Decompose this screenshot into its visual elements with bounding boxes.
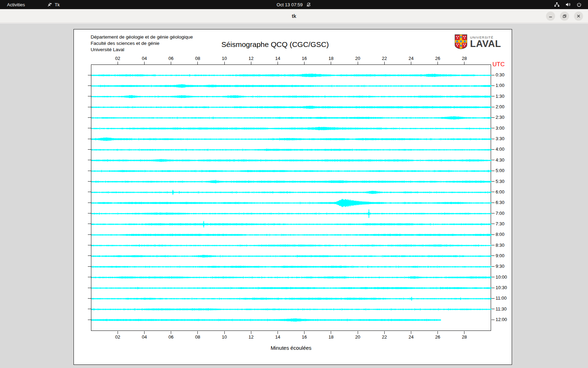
row-tick-right [491,192,495,192]
row-time-label: 9:30 [496,264,504,269]
row-time-label: 12:00 [496,317,507,322]
row-tick-right [491,149,495,150]
laval-shield-icon [455,34,467,50]
minimize-button[interactable] [546,12,555,21]
row-tick-left [88,309,91,309]
x-tick-top [118,62,118,64]
x-tick-bottom [197,331,198,334]
row-time-label: 1:30 [496,94,504,99]
x-tick-bottom [384,331,385,334]
row-tick-right [491,107,495,107]
row-tick-right [491,213,495,213]
system-status-area[interactable] [554,0,588,9]
row-time-label: 4:30 [496,157,504,163]
row-tick-left [88,320,91,320]
app-background: Département de géologie et de génie géol… [0,23,588,368]
network-icon [554,2,560,7]
x-tick-label-top: 28 [457,56,471,61]
window-title-bar[interactable]: tk [0,9,588,23]
row-tick-left [88,181,91,182]
x-tick-label-bottom: 28 [457,334,471,340]
row-time-label: 2:30 [496,115,504,120]
x-tick-label-bottom: 14 [271,334,285,340]
x-tick-label-bottom: 04 [137,334,151,340]
row-time-label: 9:00 [496,253,504,258]
row-tick-left [88,160,91,160]
x-tick-label-bottom: 08 [191,334,205,340]
row-tick-right [491,245,495,245]
row-time-label: 6:30 [496,200,504,205]
x-tick-label-top: 16 [298,56,312,61]
x-tick-top [251,62,251,64]
row-time-label: 11:00 [496,295,507,301]
universite-laval-logo: UNIVERSITÉ LAVAL [455,34,501,50]
seismograph-canvas: Département de géologie et de génie géol… [74,29,512,365]
row-tick-right [491,86,495,86]
x-tick-bottom [278,331,278,334]
activities-label: Activities [7,2,25,7]
activities-button[interactable]: Activities [0,0,29,9]
maximize-button[interactable] [560,12,569,21]
page-title: Séismographe QCQ (CGC/GSC) [74,40,476,49]
x-tick-label-top: 08 [191,56,205,61]
row-tick-right [491,320,495,320]
x-tick-bottom [224,331,225,334]
x-tick-top [144,62,145,64]
x-tick-label-top: 26 [431,56,445,61]
app-menu-label: Tk [55,2,59,7]
x-tick-label-bottom: 24 [404,334,418,340]
x-tick-bottom [331,331,331,334]
top-bar: Activities Tk Oct 13 07:59 [0,0,588,9]
row-time-label: 3:30 [496,136,504,141]
row-time-label: 5:30 [496,179,504,184]
x-tick-top [464,62,464,64]
x-tick-top [438,62,438,64]
row-tick-right [491,255,495,256]
row-time-label: 8:30 [496,243,504,248]
row-tick-left [88,117,91,118]
row-tick-left [88,213,91,213]
volume-icon [565,2,571,7]
row-time-label: 7:00 [496,211,504,216]
tk-icon [47,2,52,7]
x-tick-label-top: 24 [404,56,418,61]
row-tick-right [491,203,495,203]
x-tick-bottom [358,331,358,334]
x-tick-top [197,62,198,64]
x-tick-label-top: 18 [324,56,338,61]
row-tick-right [491,117,495,118]
x-tick-top [411,62,411,64]
row-time-label: 11:30 [496,306,507,312]
x-tick-label-bottom: 10 [217,334,231,340]
row-tick-right [491,139,495,139]
row-tick-left [88,255,91,256]
institution-line-1: Département de géologie et de génie géol… [91,34,193,40]
x-tick-label-bottom: 18 [324,334,338,340]
row-tick-right [491,224,495,224]
x-tick-label-bottom: 02 [111,334,125,340]
row-tick-left [88,96,91,96]
row-tick-right [491,266,495,267]
x-tick-label-top: 02 [111,56,125,61]
row-tick-left [88,266,91,267]
x-tick-top [358,62,358,64]
row-tick-left [88,139,91,139]
row-time-label: 1:00 [496,83,504,88]
row-time-label: 0:30 [496,72,504,77]
row-tick-left [88,234,91,235]
app-menu[interactable]: Tk [43,0,64,9]
clock-menu[interactable]: Oct 13 07:59 [276,0,311,9]
row-time-label: 10:30 [496,285,507,290]
row-tick-right [491,181,495,182]
x-tick-top [278,62,278,64]
row-tick-right [491,277,495,277]
row-time-label: 6:00 [496,189,504,195]
helicorder-plot [91,64,491,331]
x-tick-label-top: 12 [244,56,258,61]
x-tick-bottom [144,331,145,334]
x-tick-label-top: 06 [164,56,178,61]
x-tick-top [171,62,171,64]
row-tick-left [88,149,91,150]
row-tick-right [491,96,495,96]
close-button[interactable] [574,12,583,21]
